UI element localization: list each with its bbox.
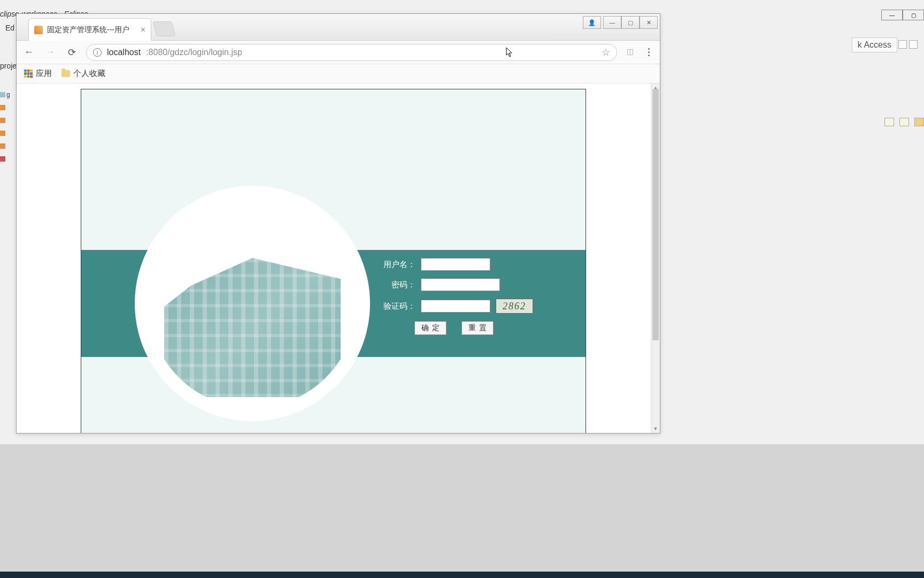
username-input[interactable] [421,258,490,271]
bookmark-folder[interactable]: 个人收藏 [61,69,105,79]
address-bar-row: ← → ⟳ i localhost:8080/gdzc/login/login.… [17,41,660,64]
favicon-icon [34,26,43,34]
bottom-fill [0,444,924,572]
submit-button[interactable]: 确定 [414,321,446,335]
browser-titlebar: 固定资产管理系统---用户 × 👤 — ▢ ✕ [17,14,660,41]
url-path: :8080/gdzc/login/login.jsp [146,48,242,57]
close-icon[interactable]: × [141,25,145,35]
button-row: 确定 重置 [414,321,576,335]
desktop-window-controls: — ▢ [881,10,924,20]
password-row: 密码： [383,278,576,291]
captcha-image[interactable]: 2862 [496,299,533,314]
extension-icon[interactable]: ◫ [625,47,635,58]
eclipse-menu-edit[interactable]: Ed [5,24,14,32]
apps-bookmark[interactable]: 应用 [24,69,52,79]
site-info-icon[interactable]: i [93,48,102,57]
taskbar[interactable] [0,572,924,578]
perspective-icon[interactable] [898,40,907,49]
forward-button[interactable]: → [43,45,57,59]
tab-title: 固定资产管理系统---用户 [47,25,136,35]
folder-icon [61,70,70,77]
login-form: 用户名： 密码： 验证码： 2862 确定 重置 [383,258,576,335]
password-input[interactable] [421,278,500,291]
eclipse-toolbar [884,118,924,126]
close-button[interactable]: ✕ [640,16,658,29]
scroll-down-icon[interactable]: ▼ [651,424,660,433]
eclipse-tree-item[interactable] [0,101,15,114]
login-page: 用户名： 密码： 验证码： 2862 确定 重置 [81,89,586,433]
maximize-button[interactable]: ▢ [621,16,640,29]
building-illustration [164,258,341,397]
apps-icon [24,70,33,78]
eclipse-perspective-icons [898,40,918,49]
eclipse-tree: g [0,88,15,165]
browser-window: 固定资产管理系统---用户 × 👤 — ▢ ✕ ← → ⟳ i localhos… [16,13,660,434]
building-image [148,199,357,408]
reload-button[interactable]: ⟳ [65,45,79,59]
minimize-button[interactable]: — [603,16,621,29]
password-label: 密码： [383,280,415,290]
bookmark-star-icon[interactable]: ☆ [602,47,610,58]
eclipse-tree-item[interactable]: g [0,88,15,101]
toolbar-icon[interactable] [884,118,894,126]
bookmarks-bar: 应用 个人收藏 [17,64,660,83]
vertical-scrollbar[interactable]: ▲ ▼ [651,83,660,433]
new-tab-button[interactable] [152,21,176,36]
browser-tab[interactable]: 固定资产管理系统---用户 × [28,18,151,41]
eclipse-projects-label: proje [0,62,13,70]
eclipse-quick-access[interactable]: k Access [852,37,897,52]
eclipse-tree-item[interactable] [0,114,15,127]
address-bar[interactable]: i localhost:8080/gdzc/login/login.jsp ☆ [86,44,617,61]
page-viewport: 用户名： 密码： 验证码： 2862 确定 重置 ▲ [17,83,660,433]
eclipse-tree-item[interactable] [0,153,15,165]
back-button[interactable]: ← [22,45,36,59]
browser-menu-button[interactable] [643,48,654,56]
profile-icon[interactable]: 👤 [583,16,601,29]
apps-label: 应用 [36,69,52,79]
scroll-thumb[interactable] [652,89,659,340]
bookmark-folder-label: 个人收藏 [73,69,105,79]
captcha-label: 验证码： [383,301,415,311]
url-host: localhost [107,48,141,57]
folder-icon[interactable] [914,118,924,126]
minimize-button[interactable]: — [881,10,903,20]
browser-window-controls: 👤 — ▢ ✕ [583,16,658,29]
maximize-button[interactable]: ▢ [903,10,924,20]
username-row: 用户名： [383,258,576,271]
perspective-icon[interactable] [909,40,918,49]
username-label: 用户名： [383,260,415,270]
captcha-row: 验证码： 2862 [383,299,576,314]
captcha-input[interactable] [421,300,490,313]
toolbar-icon[interactable] [899,118,909,126]
reset-button[interactable]: 重置 [461,321,494,335]
eclipse-tree-item[interactable] [0,127,15,140]
eclipse-tree-item[interactable] [0,140,15,153]
